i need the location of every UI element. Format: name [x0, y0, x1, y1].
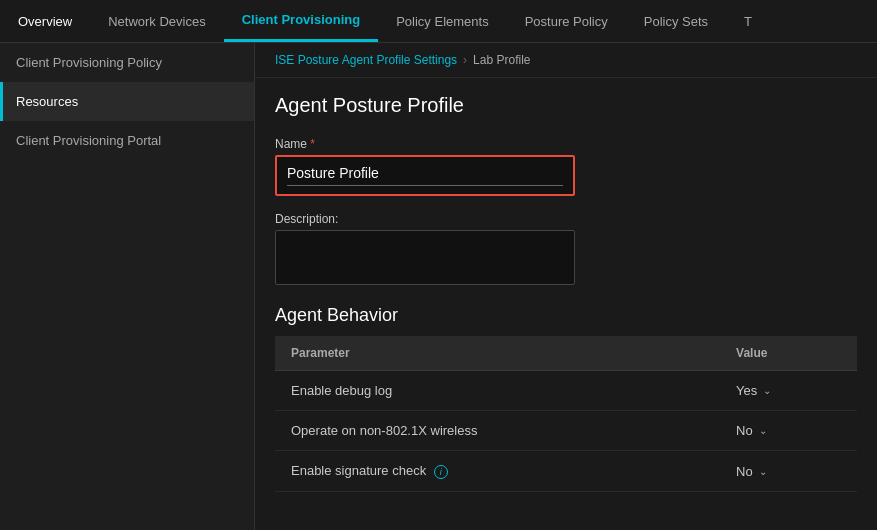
name-field-group: Name * Posture Profile	[275, 137, 857, 196]
param-enable-debug-log: Enable debug log	[275, 371, 720, 411]
top-nav: Overview Network Devices Client Provisio…	[0, 0, 877, 43]
chevron-down-icon: ⌄	[759, 425, 767, 436]
nav-policy-elements[interactable]: Policy Elements	[378, 0, 506, 42]
table-row: Operate on non-802.1X wireless No ⌄	[275, 411, 857, 451]
value-signature-check[interactable]: No ⌄	[720, 451, 857, 492]
behavior-table: Parameter Value Enable debug log Yes ⌄	[275, 336, 857, 492]
name-field-inner: Posture Profile	[279, 159, 571, 192]
param-signature-check: Enable signature check i	[275, 451, 720, 492]
content-inner: Agent Posture Profile Name * Posture Pro…	[255, 78, 877, 508]
nav-client-provisioning[interactable]: Client Provisioning	[224, 0, 378, 42]
nav-network-devices[interactable]: Network Devices	[90, 0, 224, 42]
param-non-802: Operate on non-802.1X wireless	[275, 411, 720, 451]
chevron-down-icon: ⌄	[759, 466, 767, 477]
name-underline	[287, 185, 563, 186]
value-non-802[interactable]: No ⌄	[720, 411, 857, 451]
table-row: Enable debug log Yes ⌄	[275, 371, 857, 411]
breadcrumb-chevron: ›	[463, 53, 467, 67]
nav-policy-sets[interactable]: Policy Sets	[626, 0, 726, 42]
description-field-group: Description:	[275, 212, 857, 285]
sidebar: Client Provisioning Policy Resources Cli…	[0, 43, 255, 530]
col-value: Value	[720, 336, 857, 371]
sidebar-item-client-provisioning-policy[interactable]: Client Provisioning Policy	[0, 43, 254, 82]
name-field-wrapper: Posture Profile	[275, 155, 575, 196]
main-layout: Client Provisioning Policy Resources Cli…	[0, 43, 877, 530]
description-label: Description:	[275, 212, 857, 226]
nav-posture-policy[interactable]: Posture Policy	[507, 0, 626, 42]
table-row: Enable signature check i No ⌄	[275, 451, 857, 492]
value-enable-debug-log[interactable]: Yes ⌄	[720, 371, 857, 411]
sidebar-item-resources[interactable]: Resources	[0, 82, 254, 121]
info-icon[interactable]: i	[434, 465, 448, 479]
page-title: Agent Posture Profile	[275, 94, 857, 117]
nav-more[interactable]: T	[726, 0, 770, 42]
breadcrumb-current: Lab Profile	[473, 53, 530, 67]
sidebar-item-client-provisioning-portal[interactable]: Client Provisioning Portal	[0, 121, 254, 160]
name-value[interactable]: Posture Profile	[287, 165, 563, 181]
breadcrumb: ISE Posture Agent Profile Settings › Lab…	[255, 43, 877, 78]
description-input[interactable]	[275, 230, 575, 285]
nav-overview[interactable]: Overview	[0, 0, 90, 42]
agent-behavior-section-title: Agent Behavior	[275, 305, 857, 326]
required-star: *	[310, 137, 315, 151]
breadcrumb-link[interactable]: ISE Posture Agent Profile Settings	[275, 53, 457, 67]
content-area: ISE Posture Agent Profile Settings › Lab…	[255, 43, 877, 530]
chevron-down-icon: ⌄	[763, 385, 771, 396]
name-label: Name *	[275, 137, 857, 151]
col-parameter: Parameter	[275, 336, 720, 371]
